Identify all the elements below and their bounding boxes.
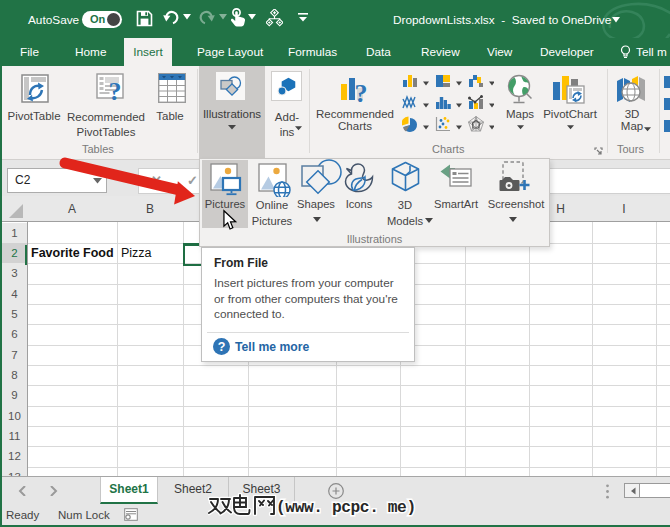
svg-text:?: ?: [109, 77, 122, 103]
svg-text:?: ?: [218, 340, 226, 354]
svg-text:(www. pcpc. me): (www. pcpc. me): [276, 499, 416, 517]
svg-text:?: ?: [355, 79, 368, 104]
